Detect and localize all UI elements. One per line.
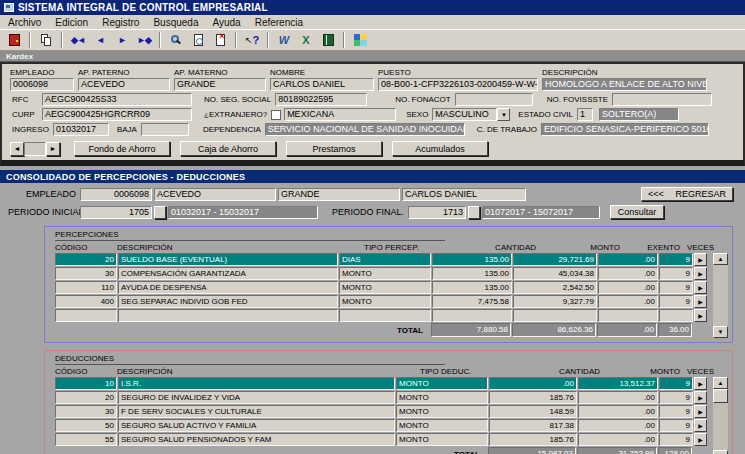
table-row[interactable]: ▶	[55, 309, 707, 322]
table-row[interactable]: 20 SUELDO BASE (EVENTUAL) DIAS 135.00 29…	[55, 253, 707, 266]
prestamos-button[interactable]: Prestamos	[286, 141, 382, 156]
nombre-label: NOMBRE	[270, 68, 374, 77]
no-fonacot-field[interactable]	[455, 93, 533, 106]
fondo-de-ahorro-button[interactable]: Fondo de Ahorro	[74, 141, 170, 156]
empleado-field[interactable]: 0006098	[10, 78, 74, 91]
excel-icon: X	[302, 34, 309, 46]
descripcion-field[interactable]: HOMOLOGO A ENLACE DE ALTO NIVEL DE	[542, 78, 707, 91]
periodo-inicial-field[interactable]: 1705	[80, 206, 152, 219]
row-detail-button[interactable]: ▶	[694, 267, 707, 280]
caja-de-ahorro-button[interactable]: Caja de Ahorro	[180, 141, 276, 156]
row-detail-button[interactable]: ▶	[694, 419, 707, 432]
cell-tipo: MONTO	[396, 419, 488, 432]
menu-item-referencia[interactable]: Referencia	[255, 17, 303, 28]
cell-exento: .00	[598, 267, 658, 280]
search-button[interactable]	[166, 31, 186, 49]
table-row[interactable]: 20 SEGURO DE INVALIDEZ Y VIDA MONTO 185.…	[55, 391, 707, 404]
cons-ap-materno-field[interactable]: GRANDE	[278, 188, 400, 201]
periodo-final-field[interactable]: 1713	[408, 206, 466, 219]
scrollbar-thumb[interactable]	[713, 389, 728, 403]
cons-empleado-num-field[interactable]: 0006098	[80, 188, 152, 201]
estado-civil-desc-field[interactable]: SOLTERO(A)	[599, 108, 679, 121]
estado-civil-label: ESTADO CIVIL	[518, 110, 573, 119]
periodo-final-picker-button[interactable]	[468, 206, 480, 219]
table-row[interactable]: 50 SEGURO SALUD ACTIVO Y FAMILIA MONTO 8…	[55, 419, 707, 432]
periodo-inicial-picker-button[interactable]	[154, 206, 166, 219]
puesto-field[interactable]: 08-B00-1-CFP3226103-0200459-W-W-W	[378, 78, 538, 91]
menu-item-edicion[interactable]: Edicion	[55, 17, 88, 28]
percepciones-scrollbar[interactable]: ▲ ▼	[713, 253, 728, 338]
consolidado-title: CONSOLIDADO DE PERCEPCIONES - DEDUCCIONE…	[6, 172, 245, 182]
rfc-field[interactable]: AEGC900425S33	[42, 93, 192, 106]
periodo-inicial-rango-field[interactable]: 01032017 - 15032017	[168, 206, 318, 219]
help-button[interactable]: ↖?	[242, 31, 262, 49]
dependencia-label: DEPENDENCIA	[203, 125, 261, 134]
no-fovissste-field[interactable]	[612, 93, 712, 106]
row-detail-button[interactable]: ▶	[694, 253, 707, 266]
row-detail-button[interactable]: ▶	[694, 433, 707, 446]
chevron-down-icon[interactable]: ▼	[497, 108, 510, 121]
scroll-down-button[interactable]: ▼	[713, 326, 728, 338]
nacionalidad-field[interactable]: MEXICANA	[284, 108, 396, 121]
consultar-button[interactable]: Consultar	[610, 205, 664, 219]
estado-civil-num-field[interactable]: 1	[577, 108, 593, 121]
nav-first-icon: ◆◄	[71, 35, 85, 45]
report-book-button[interactable]	[318, 31, 338, 49]
no-fonacot-label: NO. FONACOT	[395, 95, 451, 104]
row-detail-button[interactable]: ▶	[694, 391, 707, 404]
total-monto: 31,752.99	[577, 447, 657, 454]
nav-first-button[interactable]: ◆◄	[68, 31, 88, 49]
ingreso-field[interactable]: 01032017	[53, 123, 109, 136]
menu-item-registro[interactable]: Registro	[102, 17, 139, 28]
table-row[interactable]: 55 SEGURO SALUD PENSIONADOS Y FAM MONTO …	[55, 433, 707, 446]
header-veces: VECES	[680, 367, 714, 376]
menu-item-busqueda[interactable]: Busqueda	[153, 17, 198, 28]
cons-nombre-field[interactable]: CARLOS DANIEL	[402, 188, 526, 201]
table-row[interactable]: 400 SEG.SEPARAC INDIVID GOB FED MONTO 7,…	[55, 295, 707, 308]
toolbar-separator	[343, 32, 345, 48]
exit-button[interactable]	[4, 31, 24, 49]
copy-button[interactable]	[36, 31, 56, 49]
legend-button[interactable]	[350, 31, 370, 49]
regresar-button[interactable]: <<< REGRESAR	[641, 187, 733, 201]
row-detail-button[interactable]: ▶	[694, 405, 707, 418]
table-row[interactable]: 30 F DE SERV SOCIALES Y CULTURALE MONTO …	[55, 405, 707, 418]
nombre-field[interactable]: CARLOS DANIEL	[270, 78, 374, 91]
spin-right-button[interactable]: ►	[46, 142, 60, 156]
c-trabajo-field[interactable]: EDIFICIO SENASICA-PERIFERICO 5010	[541, 123, 709, 136]
dependencia-field[interactable]: SERVICIO NACIONAL DE SANIDAD INOCUIDAD Y	[265, 123, 465, 136]
regresar-label: REGRESAR	[675, 189, 726, 199]
extranjero-checkbox[interactable]	[271, 110, 281, 120]
excel-export-button[interactable]: X	[296, 31, 316, 49]
curp-field[interactable]: AEGC900425HGRCRR09	[42, 108, 192, 121]
row-detail-button[interactable]: ▶	[694, 295, 707, 308]
scroll-down-button[interactable]: ▼	[713, 450, 728, 454]
deducciones-scrollbar[interactable]: ▲ ▼	[713, 377, 728, 454]
menu-item-ayuda[interactable]: Ayuda	[212, 17, 240, 28]
ap-paterno-field[interactable]: ACEVEDO	[78, 78, 170, 91]
word-export-button[interactable]: W	[274, 31, 294, 49]
baja-field[interactable]	[141, 123, 189, 136]
row-detail-button[interactable]: ▶	[694, 309, 707, 322]
nav-prev-button[interactable]: ◄	[90, 31, 110, 49]
ap-materno-field[interactable]: GRANDE	[174, 78, 266, 91]
no-seg-social-field[interactable]: 80189022595	[275, 93, 367, 106]
menu-item-archivo[interactable]: Archivo	[8, 17, 41, 28]
table-row[interactable]: 30 COMPENSACIÓN GARANTIZADA MONTO 135.00…	[55, 267, 707, 280]
search-clear-button[interactable]	[210, 31, 230, 49]
nav-last-button[interactable]: ►◆	[134, 31, 154, 49]
search-document-button[interactable]	[188, 31, 208, 49]
table-row[interactable]: 10 I.S.R. MONTO .00 13,512.37 9 ▶	[55, 377, 707, 390]
nav-next-button[interactable]: ►	[112, 31, 132, 49]
acumulados-button[interactable]: Acumulados	[392, 141, 488, 156]
scroll-up-button[interactable]: ▲	[713, 377, 728, 389]
scroll-up-button[interactable]: ▲	[713, 253, 728, 265]
sexo-combo[interactable]: MASCULINO ▼	[432, 108, 510, 121]
row-detail-button[interactable]: ▶	[694, 377, 707, 390]
table-row[interactable]: 110 AYUDA DE DESPENSA MONTO 135.00 2,542…	[55, 281, 707, 294]
spin-left-button[interactable]: ◄	[10, 142, 24, 156]
row-detail-button[interactable]: ▶	[694, 281, 707, 294]
periodo-final-rango-field[interactable]: 01072017 - 15072017	[482, 206, 600, 219]
cell-tipo: MONTO	[339, 295, 431, 308]
cons-ap-paterno-field[interactable]: ACEVEDO	[154, 188, 276, 201]
